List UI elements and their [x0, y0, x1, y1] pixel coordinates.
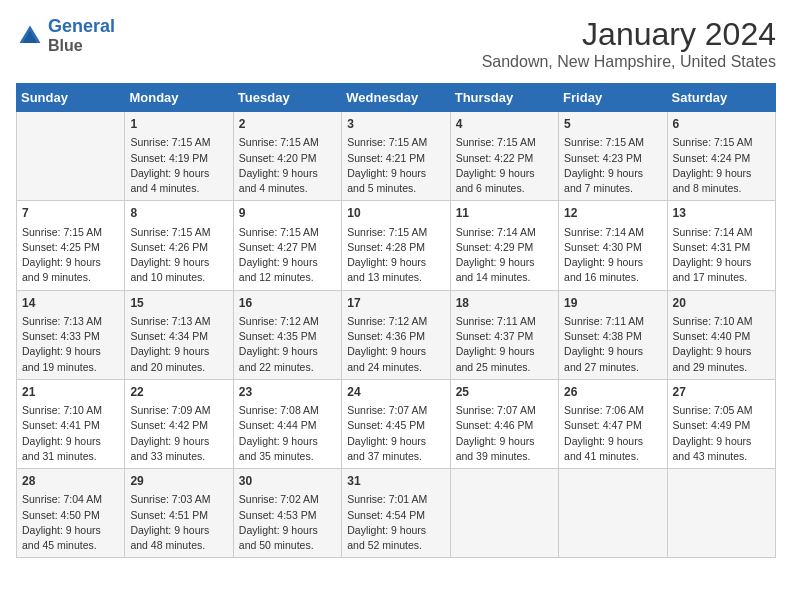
calendar-cell: 31Sunrise: 7:01 AMSunset: 4:54 PMDayligh… [342, 469, 450, 558]
title-block: January 2024 Sandown, New Hampshire, Uni… [482, 16, 776, 71]
day-number: 16 [239, 295, 336, 312]
day-info: Sunrise: 7:08 AMSunset: 4:44 PMDaylight:… [239, 403, 336, 464]
day-info: Sunrise: 7:11 AMSunset: 4:37 PMDaylight:… [456, 314, 553, 375]
day-info: Sunrise: 7:15 AMSunset: 4:23 PMDaylight:… [564, 135, 661, 196]
weekday-header-friday: Friday [559, 84, 667, 112]
calendar-cell: 14Sunrise: 7:13 AMSunset: 4:33 PMDayligh… [17, 290, 125, 379]
calendar-cell [17, 112, 125, 201]
day-number: 20 [673, 295, 770, 312]
calendar-cell [450, 469, 558, 558]
day-number: 31 [347, 473, 444, 490]
day-info: Sunrise: 7:10 AMSunset: 4:40 PMDaylight:… [673, 314, 770, 375]
calendar-cell: 13Sunrise: 7:14 AMSunset: 4:31 PMDayligh… [667, 201, 775, 290]
day-number: 14 [22, 295, 119, 312]
day-number: 13 [673, 205, 770, 222]
calendar-week-row: 21Sunrise: 7:10 AMSunset: 4:41 PMDayligh… [17, 379, 776, 468]
calendar-cell: 21Sunrise: 7:10 AMSunset: 4:41 PMDayligh… [17, 379, 125, 468]
weekday-header-monday: Monday [125, 84, 233, 112]
calendar-cell: 15Sunrise: 7:13 AMSunset: 4:34 PMDayligh… [125, 290, 233, 379]
calendar-cell: 17Sunrise: 7:12 AMSunset: 4:36 PMDayligh… [342, 290, 450, 379]
calendar-cell: 30Sunrise: 7:02 AMSunset: 4:53 PMDayligh… [233, 469, 341, 558]
calendar-cell: 9Sunrise: 7:15 AMSunset: 4:27 PMDaylight… [233, 201, 341, 290]
day-info: Sunrise: 7:12 AMSunset: 4:35 PMDaylight:… [239, 314, 336, 375]
calendar-cell [559, 469, 667, 558]
day-info: Sunrise: 7:15 AMSunset: 4:28 PMDaylight:… [347, 225, 444, 286]
day-number: 11 [456, 205, 553, 222]
day-info: Sunrise: 7:10 AMSunset: 4:41 PMDaylight:… [22, 403, 119, 464]
day-number: 6 [673, 116, 770, 133]
calendar-cell: 27Sunrise: 7:05 AMSunset: 4:49 PMDayligh… [667, 379, 775, 468]
day-info: Sunrise: 7:05 AMSunset: 4:49 PMDaylight:… [673, 403, 770, 464]
day-info: Sunrise: 7:14 AMSunset: 4:30 PMDaylight:… [564, 225, 661, 286]
day-info: Sunrise: 7:14 AMSunset: 4:29 PMDaylight:… [456, 225, 553, 286]
calendar-week-row: 14Sunrise: 7:13 AMSunset: 4:33 PMDayligh… [17, 290, 776, 379]
day-info: Sunrise: 7:15 AMSunset: 4:25 PMDaylight:… [22, 225, 119, 286]
day-number: 28 [22, 473, 119, 490]
calendar-table: SundayMondayTuesdayWednesdayThursdayFrid… [16, 83, 776, 558]
day-info: Sunrise: 7:01 AMSunset: 4:54 PMDaylight:… [347, 492, 444, 553]
day-info: Sunrise: 7:15 AMSunset: 4:19 PMDaylight:… [130, 135, 227, 196]
day-number: 25 [456, 384, 553, 401]
day-info: Sunrise: 7:02 AMSunset: 4:53 PMDaylight:… [239, 492, 336, 553]
day-info: Sunrise: 7:15 AMSunset: 4:27 PMDaylight:… [239, 225, 336, 286]
day-number: 4 [456, 116, 553, 133]
calendar-cell: 4Sunrise: 7:15 AMSunset: 4:22 PMDaylight… [450, 112, 558, 201]
day-number: 30 [239, 473, 336, 490]
day-number: 8 [130, 205, 227, 222]
calendar-week-row: 7Sunrise: 7:15 AMSunset: 4:25 PMDaylight… [17, 201, 776, 290]
day-info: Sunrise: 7:13 AMSunset: 4:34 PMDaylight:… [130, 314, 227, 375]
calendar-cell: 6Sunrise: 7:15 AMSunset: 4:24 PMDaylight… [667, 112, 775, 201]
calendar-title: January 2024 [482, 16, 776, 53]
day-number: 21 [22, 384, 119, 401]
calendar-cell: 3Sunrise: 7:15 AMSunset: 4:21 PMDaylight… [342, 112, 450, 201]
weekday-header-row: SundayMondayTuesdayWednesdayThursdayFrid… [17, 84, 776, 112]
calendar-cell: 29Sunrise: 7:03 AMSunset: 4:51 PMDayligh… [125, 469, 233, 558]
day-number: 1 [130, 116, 227, 133]
day-info: Sunrise: 7:03 AMSunset: 4:51 PMDaylight:… [130, 492, 227, 553]
calendar-cell: 18Sunrise: 7:11 AMSunset: 4:37 PMDayligh… [450, 290, 558, 379]
calendar-cell: 16Sunrise: 7:12 AMSunset: 4:35 PMDayligh… [233, 290, 341, 379]
day-info: Sunrise: 7:07 AMSunset: 4:46 PMDaylight:… [456, 403, 553, 464]
calendar-cell: 5Sunrise: 7:15 AMSunset: 4:23 PMDaylight… [559, 112, 667, 201]
day-number: 17 [347, 295, 444, 312]
day-info: Sunrise: 7:13 AMSunset: 4:33 PMDaylight:… [22, 314, 119, 375]
day-info: Sunrise: 7:15 AMSunset: 4:24 PMDaylight:… [673, 135, 770, 196]
day-info: Sunrise: 7:15 AMSunset: 4:22 PMDaylight:… [456, 135, 553, 196]
day-number: 7 [22, 205, 119, 222]
day-number: 9 [239, 205, 336, 222]
calendar-cell: 8Sunrise: 7:15 AMSunset: 4:26 PMDaylight… [125, 201, 233, 290]
day-number: 29 [130, 473, 227, 490]
day-number: 26 [564, 384, 661, 401]
day-info: Sunrise: 7:06 AMSunset: 4:47 PMDaylight:… [564, 403, 661, 464]
day-number: 24 [347, 384, 444, 401]
calendar-cell: 1Sunrise: 7:15 AMSunset: 4:19 PMDaylight… [125, 112, 233, 201]
day-info: Sunrise: 7:09 AMSunset: 4:42 PMDaylight:… [130, 403, 227, 464]
calendar-cell: 26Sunrise: 7:06 AMSunset: 4:47 PMDayligh… [559, 379, 667, 468]
day-info: Sunrise: 7:15 AMSunset: 4:26 PMDaylight:… [130, 225, 227, 286]
day-number: 27 [673, 384, 770, 401]
day-number: 18 [456, 295, 553, 312]
calendar-week-row: 28Sunrise: 7:04 AMSunset: 4:50 PMDayligh… [17, 469, 776, 558]
weekday-header-saturday: Saturday [667, 84, 775, 112]
calendar-cell: 2Sunrise: 7:15 AMSunset: 4:20 PMDaylight… [233, 112, 341, 201]
calendar-cell: 23Sunrise: 7:08 AMSunset: 4:44 PMDayligh… [233, 379, 341, 468]
weekday-header-sunday: Sunday [17, 84, 125, 112]
day-info: Sunrise: 7:11 AMSunset: 4:38 PMDaylight:… [564, 314, 661, 375]
day-number: 15 [130, 295, 227, 312]
calendar-cell: 7Sunrise: 7:15 AMSunset: 4:25 PMDaylight… [17, 201, 125, 290]
calendar-cell: 20Sunrise: 7:10 AMSunset: 4:40 PMDayligh… [667, 290, 775, 379]
calendar-subtitle: Sandown, New Hampshire, United States [482, 53, 776, 71]
day-info: Sunrise: 7:15 AMSunset: 4:21 PMDaylight:… [347, 135, 444, 196]
weekday-header-wednesday: Wednesday [342, 84, 450, 112]
day-number: 10 [347, 205, 444, 222]
calendar-cell: 25Sunrise: 7:07 AMSunset: 4:46 PMDayligh… [450, 379, 558, 468]
day-number: 12 [564, 205, 661, 222]
day-number: 2 [239, 116, 336, 133]
day-info: Sunrise: 7:14 AMSunset: 4:31 PMDaylight:… [673, 225, 770, 286]
calendar-cell: 24Sunrise: 7:07 AMSunset: 4:45 PMDayligh… [342, 379, 450, 468]
calendar-cell: 12Sunrise: 7:14 AMSunset: 4:30 PMDayligh… [559, 201, 667, 290]
logo-icon [16, 22, 44, 50]
day-number: 3 [347, 116, 444, 133]
calendar-cell [667, 469, 775, 558]
weekday-header-thursday: Thursday [450, 84, 558, 112]
